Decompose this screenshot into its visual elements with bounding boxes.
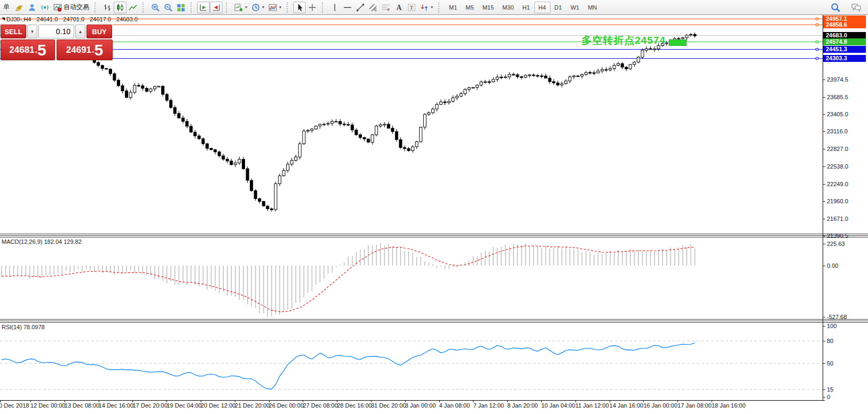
- collapse-trade-panel-icon[interactable]: ◥: [2, 17, 5, 21]
- axis-tick: [823, 201, 825, 202]
- macd-canvas[interactable]: [0, 237, 823, 319]
- rsi-tick-label: 100: [827, 323, 837, 329]
- buy-price-pip: 5: [94, 42, 104, 58]
- toolbar-separator: [94, 2, 99, 13]
- horizontal-line-button[interactable]: [341, 2, 354, 13]
- new-order-button[interactable]: 单: [0, 2, 13, 13]
- line-chart-button[interactable]: [127, 2, 139, 13]
- volume-input[interactable]: [38, 25, 74, 38]
- timeframe-h4[interactable]: H4: [534, 2, 550, 13]
- horizontal-line-icon: [343, 3, 352, 12]
- one-click-trade-panel: SELL ▼ ▲ BUY 24681.5 24691.5: [1, 25, 113, 60]
- sell-price-button[interactable]: 24681.5: [1, 39, 55, 60]
- svg-text:F: F: [388, 8, 390, 12]
- toolbar-separator: [438, 2, 443, 13]
- gold-button[interactable]: [13, 2, 26, 13]
- date-label: 26 Dec 00:00: [269, 402, 304, 409]
- zoom-in-icon: [151, 3, 160, 12]
- date-label: 17 Jan 08:00: [677, 402, 712, 409]
- equidistant-channel-icon: E: [369, 3, 377, 12]
- community-icon: [28, 3, 36, 12]
- timeframe-m1[interactable]: M1: [445, 2, 461, 13]
- chat-button[interactable]: [849, 2, 864, 13]
- new-chart-button[interactable]: ▾: [232, 2, 249, 13]
- date-label: 10 Jan 04:00: [541, 402, 575, 409]
- timeframe-d1[interactable]: D1: [550, 2, 566, 13]
- dropdown-arrow-icon[interactable]: ▾: [279, 5, 281, 10]
- new-chart-icon: [234, 3, 243, 12]
- auto-scroll-icon: [199, 3, 208, 12]
- price-tick-label: 23974.5: [827, 76, 848, 83]
- search-button[interactable]: [828, 2, 842, 13]
- price-line-handle[interactable]: [816, 48, 818, 51]
- rsi-canvas[interactable]: [0, 323, 823, 400]
- panel-splitter-rsi[interactable]: [0, 319, 868, 323]
- price-line-handle[interactable]: [816, 18, 818, 20]
- equidistant-channel-button[interactable]: E: [367, 2, 380, 13]
- volume-increase-button[interactable]: ▲: [75, 25, 85, 38]
- dropdown-arrow-icon[interactable]: ▾: [262, 5, 264, 10]
- dropdown-arrow-icon[interactable]: ▾: [245, 5, 247, 10]
- signal-icon: [41, 3, 49, 12]
- fibonacci-button[interactable]: F: [380, 2, 392, 13]
- axis-tick: [823, 397, 825, 397]
- buy-button[interactable]: BUY: [86, 25, 112, 38]
- periods-button[interactable]: ▾: [249, 2, 266, 13]
- tile-windows-button[interactable]: [175, 2, 187, 13]
- main-chart-canvas[interactable]: [0, 15, 823, 234]
- cursor-button[interactable]: [293, 2, 306, 13]
- axis-tick: [823, 97, 825, 98]
- trend-line-button[interactable]: [354, 2, 367, 13]
- dropdown-arrow-icon[interactable]: ▾: [431, 5, 433, 10]
- date-label: 11 Jan 12:00: [575, 402, 609, 409]
- timeframe-mn[interactable]: MN: [583, 2, 601, 13]
- toolbar-separator: [143, 2, 147, 13]
- text-label-button[interactable]: T: [405, 2, 418, 13]
- price-line-handle[interactable]: [816, 57, 818, 60]
- templates-button[interactable]: ▾: [266, 2, 283, 13]
- candlestick-chart-button[interactable]: [114, 2, 127, 13]
- fibonacci-icon: F: [382, 3, 390, 12]
- main-toolbar: 单自动交易▾▾▾EFAT▾M1M5M15M30H1H4D1W1MN: [0, 0, 868, 15]
- toolbar-separator: [226, 2, 230, 13]
- signals-button[interactable]: [38, 2, 51, 13]
- rsi-tick-label: 15: [827, 386, 833, 393]
- date-label: 19 Dec 04:00: [167, 402, 201, 409]
- price-tick-label: 21390.5: [827, 233, 848, 239]
- price-tick-label: 22538.0: [827, 163, 848, 170]
- autotrading-button[interactable]: 自动交易: [51, 2, 91, 13]
- vertical-line-button[interactable]: [328, 2, 341, 13]
- pivot-annotation-text: 多空转折点24574: [534, 34, 666, 47]
- chart-shift-button[interactable]: [210, 2, 223, 13]
- date-label: 4 Jan 08:00: [439, 402, 470, 409]
- panel-splitter-macd[interactable]: [0, 234, 868, 237]
- date-label: 14 Dec 16:00: [99, 402, 133, 409]
- arrows-button[interactable]: ▾: [418, 2, 435, 13]
- timeframe-w1[interactable]: W1: [566, 2, 584, 13]
- price-tick-label: 21960.0: [827, 198, 848, 204]
- axis-tick: [823, 184, 825, 185]
- text-button[interactable]: A: [392, 2, 405, 13]
- bar-chart-button[interactable]: [101, 2, 114, 13]
- axis-tick: [823, 389, 825, 390]
- volume-decrease-button[interactable]: ▼: [27, 25, 37, 38]
- bar-chart-icon: [103, 3, 112, 12]
- crosshair-button[interactable]: [306, 2, 319, 13]
- timeframe-m5[interactable]: M5: [461, 2, 478, 13]
- gold-icon: [15, 3, 23, 12]
- axis-tick: [823, 326, 825, 327]
- sell-button[interactable]: SELL: [1, 25, 26, 38]
- zoom-out-button[interactable]: [162, 2, 175, 13]
- timeframe-m30[interactable]: M30: [498, 2, 518, 13]
- timeframe-h1[interactable]: H1: [518, 2, 534, 13]
- zoom-in-button[interactable]: [149, 2, 162, 13]
- timeframe-m15[interactable]: M15: [478, 2, 498, 13]
- price-line-handle[interactable]: [816, 41, 818, 43]
- auto-scroll-button[interactable]: [197, 2, 210, 13]
- svg-text:T: T: [410, 5, 414, 11]
- community-button[interactable]: [26, 2, 38, 13]
- chat-icon: [851, 3, 862, 12]
- pivot-annotation-box: [669, 39, 686, 46]
- buy-price-button[interactable]: 24691.5: [57, 39, 113, 60]
- price-line-handle[interactable]: [816, 23, 818, 26]
